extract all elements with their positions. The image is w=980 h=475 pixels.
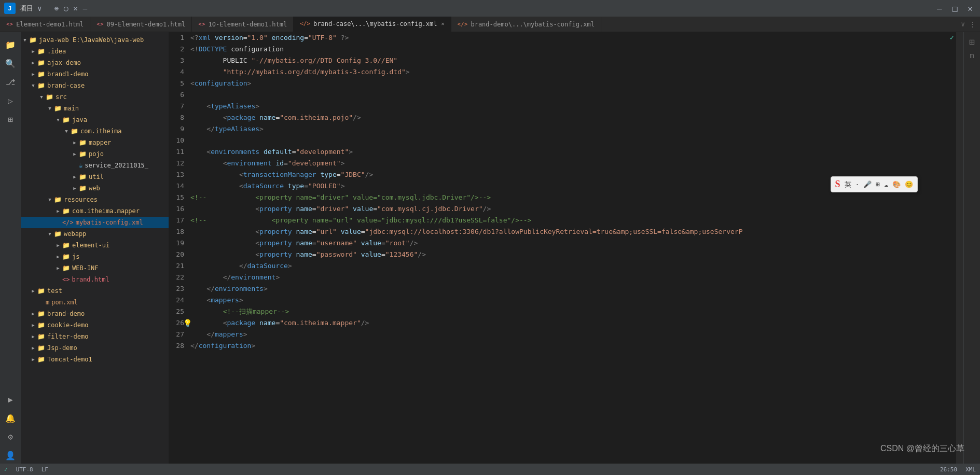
tree-item-brand-case[interactable]: ▼ 📁 brand-case xyxy=(21,80,169,91)
code-line-23: 23 </environments> xyxy=(169,283,948,295)
tree-item-java-web[interactable]: ▼ 📁 java-web E:\JavaWeb\java-web xyxy=(21,34,169,46)
ime-mic-btn[interactable]: 🎤 xyxy=(863,180,872,188)
ime-skin-btn[interactable]: 🎨 xyxy=(892,180,901,188)
ime-chinese-btn[interactable]: 英 xyxy=(845,180,851,189)
tab-brand-demo-mybatis-config[interactable]: </> brand-demo\...\mybatis-config.xml xyxy=(451,17,601,32)
tree-label: src xyxy=(56,93,67,101)
vertical-scrollbar[interactable] xyxy=(956,32,963,464)
code-line-28: 28 </configuration> xyxy=(169,340,948,352)
right-panel-icon-1[interactable]: ⊞ xyxy=(969,36,975,47)
folder-icon: 📁 xyxy=(79,185,87,192)
folder-icon: 📁 xyxy=(62,242,70,249)
tab-10-element-demo1[interactable]: <> 10-Element-demo1.html xyxy=(192,17,294,32)
navigate-back-icon[interactable]: ⊕ xyxy=(54,4,58,12)
tree-item-js[interactable]: ▶ 📁 js xyxy=(21,251,169,262)
project-chevron[interactable]: ∨ xyxy=(37,4,42,12)
tree-label: brand-demo xyxy=(47,310,85,317)
tree-item-jsp-demo[interactable]: ▶ 📁 Jsp-demo xyxy=(21,342,169,354)
tree-arrow: ▶ xyxy=(71,138,79,147)
minimize-icon[interactable]: – xyxy=(83,4,87,12)
tree-item-cookie-demo[interactable]: ▶ 📁 cookie-demo xyxy=(21,319,169,331)
sidebar-settings-btn[interactable]: ⚙ xyxy=(2,428,19,445)
tree-item-tomcat-demo1[interactable]: ▶ 📁 Tomcat-demo1 xyxy=(21,354,169,365)
tree-item-service[interactable]: ▶ ☕ service_20211015_ xyxy=(21,160,169,171)
sidebar-git-btn[interactable]: ⎇ xyxy=(2,74,19,90)
ime-grid-btn[interactable]: ⊞ xyxy=(876,180,880,188)
tree-arrow: ▼ xyxy=(62,127,71,135)
tree-item-main[interactable]: ▼ 📁 main xyxy=(21,103,169,114)
code-line-21: 21 </dataSource> xyxy=(169,260,948,272)
tab-brand-case-mybatis-config[interactable]: </> brand-case\...\mybatis-config.xml ✕ xyxy=(294,17,451,32)
tree-item-util[interactable]: ▶ 📁 util xyxy=(21,171,169,183)
status-encoding: UTF-8 xyxy=(16,466,33,473)
project-label[interactable]: 项目 xyxy=(20,4,33,13)
tree-label: java xyxy=(72,116,87,123)
code-line-19: 19 <property name="username" value="root… xyxy=(169,238,948,249)
folder-icon: 📁 xyxy=(79,173,87,180)
tabs-more-btn[interactable]: ⋮ xyxy=(969,20,976,28)
sidebar-run-btn[interactable]: ▶ xyxy=(2,391,19,408)
tree-item-web[interactable]: ▶ 📁 web xyxy=(21,183,169,194)
tree-label: util xyxy=(89,173,104,180)
tree-item-brand-html[interactable]: ▶ <> brand.html xyxy=(21,274,169,285)
tree-item-resources[interactable]: ▼ 📁 resources xyxy=(21,194,169,205)
tab-09-element-demo1[interactable]: <> 09-Element-demo1.html xyxy=(90,17,192,32)
folder-icon: 📁 xyxy=(71,128,78,135)
tree-item-idea[interactable]: ▶ 📁 .idea xyxy=(21,46,169,57)
tabs-overflow-btn[interactable]: ∨ xyxy=(961,20,965,28)
tree-arrow: ▶ xyxy=(29,344,37,352)
tab-element-demo1[interactable]: <> Element-demo1.html xyxy=(0,17,90,32)
code-editor[interactable]: 1 <?xml version="1.0" encoding="UTF-8" ?… xyxy=(169,32,963,464)
sidebar-extensions-btn[interactable]: ⊞ xyxy=(2,111,19,128)
code-scroll-area[interactable]: 1 <?xml version="1.0" encoding="UTF-8" ?… xyxy=(169,32,948,464)
ime-cloud-btn[interactable]: ☁ xyxy=(884,180,888,188)
ime-emoji-btn[interactable]: 😊 xyxy=(905,180,913,188)
tree-item-brand1-demo[interactable]: ▶ 📁 brand1-demo xyxy=(21,68,169,80)
tree-label: com.itheima.mapper xyxy=(72,207,140,215)
minimize-window-btn[interactable]: – xyxy=(934,3,945,15)
tree-item-brand-demo[interactable]: ▶ 📁 brand-demo xyxy=(21,308,169,319)
tab-html-icon-2: <> xyxy=(96,21,103,27)
right-panel-icon-2[interactable]: m xyxy=(970,51,974,60)
tree-arrow: ▶ xyxy=(29,70,37,78)
code-line-17: 17 <!-- <property name="url" value="jdbc… xyxy=(169,215,948,226)
code-line-26: 26 💡 <package name="com.itheima.mapper"/… xyxy=(169,317,948,329)
code-line-16: 16 <property name="driver" value="com.my… xyxy=(169,203,948,215)
folder-icon: 📁 xyxy=(37,82,45,89)
code-line-11: 11 <environments default="development"> xyxy=(169,146,948,158)
tree-item-com-itheima[interactable]: ▼ 📁 com.itheima xyxy=(21,125,169,137)
tree-item-pom[interactable]: ▶ m pom.xml xyxy=(21,297,169,308)
tab-xml-icon-2: </> xyxy=(458,21,468,27)
tree-label: mapper xyxy=(89,139,111,146)
ime-dot-btn[interactable]: · xyxy=(855,180,860,188)
folder-icon: 📁 xyxy=(62,264,70,272)
tree-item-element-ui[interactable]: ▶ 📁 element-ui xyxy=(21,240,169,251)
navigate-forward-icon[interactable]: ◯ xyxy=(64,4,68,12)
folder-icon: 📁 xyxy=(62,116,70,123)
tree-item-src[interactable]: ▼ 📁 src xyxy=(21,91,169,103)
tree-arrow: ▶ xyxy=(29,332,37,341)
tree-item-com-itheima-mapper[interactable]: ▶ 📁 com.itheima.mapper xyxy=(21,205,169,217)
tree-item-mybatis-config[interactable]: ▶ </> mybatis-config.xml xyxy=(21,217,169,228)
sidebar-search-btn[interactable]: 🔍 xyxy=(2,55,19,72)
sidebar-account-btn[interactable]: 👤 xyxy=(2,447,19,464)
tree-item-test[interactable]: ▶ 📁 test xyxy=(21,285,169,297)
folder-icon: 📁 xyxy=(62,253,70,260)
ime-logo: S xyxy=(835,179,840,190)
sidebar-debug-btn[interactable]: ▷ xyxy=(2,92,19,109)
tree-item-java[interactable]: ▼ 📁 java xyxy=(21,114,169,125)
tree-item-webapp[interactable]: ▼ 📁 webapp xyxy=(21,228,169,240)
bulb-icon[interactable]: 💡 xyxy=(183,317,192,329)
tab-close-btn[interactable]: ✕ xyxy=(441,21,445,26)
tree-item-ajax-demo[interactable]: ▶ 📁 ajax-demo xyxy=(21,57,169,68)
tree-item-mapper[interactable]: ▶ 📁 mapper xyxy=(21,137,169,148)
close-icon[interactable]: ✕ xyxy=(73,4,77,12)
tree-item-pojo[interactable]: ▶ 📁 pojo xyxy=(21,148,169,160)
close-window-btn[interactable]: ✕ xyxy=(964,3,976,15)
maximize-window-btn[interactable]: □ xyxy=(949,3,961,15)
sidebar-notifications-btn[interactable]: 🔔 xyxy=(2,410,19,426)
tree-item-filter-demo[interactable]: ▶ 📁 filter-demo xyxy=(21,331,169,342)
sidebar-explorer-btn[interactable]: 📁 xyxy=(2,36,19,53)
ime-toolbar: S 英 · 🎤 ⊞ ☁ 🎨 😊 xyxy=(831,176,918,192)
tree-item-webinf[interactable]: ▶ 📁 WEB-INF xyxy=(21,262,169,274)
